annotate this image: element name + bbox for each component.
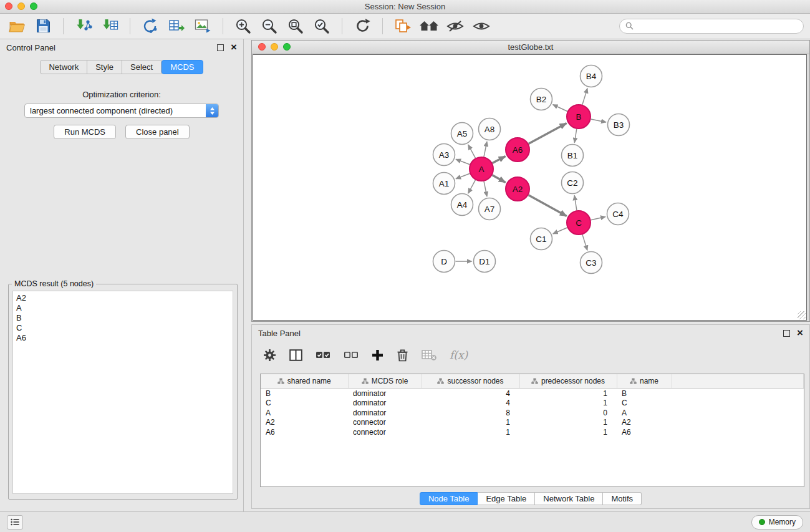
column-header-predecessor-nodes[interactable]: predecessor nodes <box>519 374 617 389</box>
graph-edge-A-A1[interactable] <box>456 173 470 179</box>
graph-node-A3[interactable]: A3 <box>433 144 455 166</box>
delete-table-button[interactable] <box>422 349 436 361</box>
column-header-successor-nodes[interactable]: successor nodes <box>422 374 519 389</box>
table-cell[interactable]: 4 <box>422 389 519 399</box>
graph-edge-A-A2[interactable] <box>493 175 506 183</box>
graph-node-B4[interactable]: B4 <box>581 65 602 87</box>
save-session-button[interactable] <box>32 16 54 37</box>
column-header-MCDS-role[interactable]: MCDS role <box>348 374 422 389</box>
result-list-item[interactable]: A6 <box>16 333 229 343</box>
table-cell[interactable]: B <box>617 389 672 399</box>
table-cell[interactable]: connector <box>348 427 422 437</box>
graph-node-C3[interactable]: C3 <box>581 252 602 274</box>
table-cell[interactable]: dominator <box>348 399 422 409</box>
table-cell[interactable]: connector <box>348 418 422 428</box>
tab-motifs[interactable]: Motifs <box>603 492 642 505</box>
export-table-button[interactable] <box>166 16 187 37</box>
close-panel-button[interactable]: Close panel <box>125 125 190 139</box>
column-header-shared-name[interactable]: shared name <box>261 374 348 389</box>
export-network-button[interactable] <box>140 16 161 37</box>
graph-node-D1[interactable]: D1 <box>474 251 496 273</box>
show-hide-panels-button[interactable] <box>418 16 440 37</box>
result-list-item[interactable]: C <box>16 323 229 333</box>
graph-node-A4[interactable]: A4 <box>451 194 473 216</box>
table-cell[interactable]: A <box>617 408 672 418</box>
minimize-window-button[interactable] <box>17 2 25 10</box>
table-settings-button[interactable] <box>263 349 276 362</box>
graph-node-C1[interactable]: C1 <box>531 228 552 250</box>
table-row-B[interactable]: Bdominator41B <box>261 389 804 399</box>
graph-edge-A2-C[interactable] <box>529 195 567 216</box>
graph-node-B2[interactable]: B2 <box>531 89 552 110</box>
float-panel-icon[interactable] <box>217 44 224 51</box>
graph-node-A1[interactable]: A1 <box>433 173 455 195</box>
graph-node-C[interactable]: C <box>567 211 591 235</box>
show-columns-button[interactable] <box>289 349 302 361</box>
graph-edge-A6-B[interactable] <box>529 123 567 144</box>
tab-mcds[interactable]: MCDS <box>162 60 203 74</box>
column-header-name[interactable]: name <box>617 374 672 389</box>
table-cell[interactable]: C <box>617 399 672 409</box>
open-file-button[interactable] <box>6 16 27 37</box>
tab-node-table[interactable]: Node Table <box>420 492 478 505</box>
deselect-all-rows-button[interactable] <box>344 351 359 359</box>
search-input[interactable] <box>637 21 798 31</box>
node-table[interactable]: shared nameMCDS rolesuccessor nodesprede… <box>260 374 804 487</box>
graph-edge-A-A6[interactable] <box>493 156 506 163</box>
graph-node-A8[interactable]: A8 <box>479 118 501 140</box>
criterion-dropdown[interactable]: largest connected component (directed) <box>24 104 219 118</box>
network-canvas[interactable]: B4B2BB3A8A5A6A3B1AC2A1A2A4A7C4CC1C3DD1 <box>253 54 807 321</box>
table-cell[interactable]: 4 <box>422 399 519 409</box>
result-list-item[interactable]: A <box>16 303 229 313</box>
graph-edge-A-A8[interactable] <box>484 142 487 157</box>
zoom-selected-button[interactable] <box>311 16 332 37</box>
tab-network[interactable]: Network <box>40 60 87 74</box>
run-mcds-button[interactable]: Run MCDS <box>54 125 116 139</box>
table-cell[interactable]: 8 <box>422 408 519 418</box>
result-list-item[interactable]: A2 <box>16 293 229 303</box>
graph-node-A6[interactable]: A6 <box>506 138 529 162</box>
graph-node-A7[interactable]: A7 <box>479 198 501 220</box>
graph-edge-C-C2[interactable] <box>574 195 577 210</box>
table-cell[interactable]: A2 <box>261 418 348 428</box>
graph-node-B[interactable]: B <box>567 105 591 128</box>
table-cell[interactable]: 0 <box>519 408 617 418</box>
graph-edge-A-A7[interactable] <box>484 181 487 196</box>
close-network-window-button[interactable] <box>258 43 266 51</box>
table-cell[interactable]: 1 <box>519 418 617 428</box>
graph-node-A2[interactable]: A2 <box>506 177 529 201</box>
table-cell[interactable]: 1 <box>422 427 519 437</box>
graph-edge-B-B1[interactable] <box>574 129 577 143</box>
delete-rows-button[interactable] <box>397 349 408 362</box>
toolbar-search[interactable] <box>619 19 804 34</box>
zoom-fit-button[interactable] <box>285 16 306 37</box>
open-documents-button[interactable] <box>392 16 413 37</box>
table-cell[interactable]: dominator <box>348 408 422 418</box>
tab-edge-table[interactable]: Edge Table <box>478 492 535 505</box>
table-cell[interactable]: A2 <box>617 418 672 428</box>
result-list-item[interactable]: B <box>16 313 229 323</box>
graph-node-D[interactable]: D <box>433 251 455 273</box>
graph-node-C2[interactable]: C2 <box>562 172 584 194</box>
close-window-button[interactable] <box>5 2 12 10</box>
close-panel-icon[interactable]: × <box>231 44 237 51</box>
graph-node-C4[interactable]: C4 <box>607 203 629 225</box>
memory-button[interactable]: Memory <box>751 515 803 530</box>
add-row-button[interactable] <box>372 349 383 361</box>
export-image-button[interactable] <box>192 16 213 37</box>
task-history-button[interactable] <box>7 515 23 530</box>
import-network-button[interactable] <box>73 16 94 37</box>
table-row-A6[interactable]: A6connector11A6 <box>261 427 804 437</box>
tab-style[interactable]: Style <box>87 60 122 74</box>
table-row-A2[interactable]: A2connector11A2 <box>261 418 804 428</box>
graph-node-A5[interactable]: A5 <box>451 123 473 145</box>
close-table-panel-icon[interactable]: × <box>797 330 803 336</box>
refresh-view-button[interactable] <box>352 16 373 37</box>
graph-edge-A-A3[interactable] <box>456 159 470 164</box>
mcds-result-list[interactable]: A2 A B C A6 <box>12 291 233 494</box>
toggle-graphics-details-button[interactable] <box>445 16 466 37</box>
import-table-button[interactable] <box>99 16 120 37</box>
graph-node-A[interactable]: A <box>470 157 493 181</box>
graph-node-B1[interactable]: B1 <box>562 145 584 167</box>
zoom-window-button[interactable] <box>30 2 37 10</box>
